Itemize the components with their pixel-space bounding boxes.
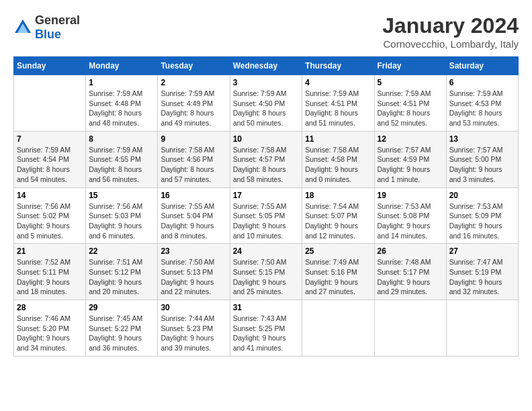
calendar-cell: 12Sunrise: 7:57 AMSunset: 4:59 PMDayligh… <box>374 131 446 187</box>
day-info: Sunrise: 7:53 AMSunset: 5:08 PMDaylight:… <box>378 201 443 241</box>
day-number: 19 <box>378 191 443 200</box>
day-info: Sunrise: 7:59 AMSunset: 4:54 PMDaylight:… <box>17 145 83 185</box>
day-number: 26 <box>378 246 443 256</box>
day-number: 23 <box>161 246 226 256</box>
column-header-sunday: Sunday <box>14 57 86 75</box>
week-row-3: 14Sunrise: 7:56 AMSunset: 5:02 PMDayligh… <box>14 187 519 244</box>
day-info: Sunrise: 7:45 AMSunset: 5:22 PMDaylight:… <box>89 314 154 353</box>
day-number: 21 <box>17 246 83 256</box>
day-info: Sunrise: 7:48 AMSunset: 5:17 PMDaylight:… <box>378 257 443 297</box>
day-number: 13 <box>449 134 515 144</box>
logo-text-general: General <box>35 13 80 27</box>
day-info: Sunrise: 7:55 AMSunset: 5:05 PMDaylight:… <box>233 201 300 241</box>
day-info: Sunrise: 7:51 AMSunset: 5:12 PMDaylight:… <box>89 257 154 297</box>
day-info: Sunrise: 7:49 AMSunset: 5:16 PMDaylight:… <box>305 257 371 297</box>
calendar-cell: 8Sunrise: 7:59 AMSunset: 4:55 PMDaylight… <box>86 131 158 187</box>
day-number: 7 <box>17 134 83 144</box>
calendar-cell: 26Sunrise: 7:48 AMSunset: 5:17 PMDayligh… <box>374 244 446 300</box>
week-row-5: 28Sunrise: 7:46 AMSunset: 5:20 PMDayligh… <box>14 300 519 357</box>
day-number: 10 <box>233 134 300 144</box>
day-number: 22 <box>89 246 154 256</box>
column-header-saturday: Saturday <box>446 57 518 75</box>
calendar-cell: 23Sunrise: 7:50 AMSunset: 5:13 PMDayligh… <box>158 244 230 300</box>
title-area: January 2024 Cornovecchio, Lombardy, Ita… <box>382 13 519 50</box>
day-number: 15 <box>89 191 154 200</box>
day-info: Sunrise: 7:52 AMSunset: 5:11 PMDaylight:… <box>17 257 83 297</box>
month-title: January 2024 <box>382 13 519 38</box>
day-number: 14 <box>17 191 83 200</box>
day-info: Sunrise: 7:59 AMSunset: 4:53 PMDaylight:… <box>449 89 515 128</box>
page-header: General Blue January 2024 Cornovecchio, … <box>13 13 519 50</box>
day-number: 3 <box>233 78 300 87</box>
calendar-cell: 30Sunrise: 7:44 AMSunset: 5:23 PMDayligh… <box>158 300 230 357</box>
day-info: Sunrise: 7:59 AMSunset: 4:51 PMDaylight:… <box>378 89 443 128</box>
calendar-cell <box>374 300 446 357</box>
calendar-cell: 19Sunrise: 7:53 AMSunset: 5:08 PMDayligh… <box>374 187 446 244</box>
calendar-cell: 2Sunrise: 7:59 AMSunset: 4:49 PMDaylight… <box>158 75 230 132</box>
day-number: 16 <box>161 191 226 200</box>
day-number: 18 <box>305 191 371 200</box>
calendar-cell: 24Sunrise: 7:50 AMSunset: 5:15 PMDayligh… <box>230 244 302 300</box>
calendar-cell: 28Sunrise: 7:46 AMSunset: 5:20 PMDayligh… <box>14 300 86 357</box>
calendar-cell <box>446 300 518 357</box>
day-number: 24 <box>233 246 300 256</box>
day-number: 28 <box>17 303 83 312</box>
day-info: Sunrise: 7:43 AMSunset: 5:25 PMDaylight:… <box>233 314 300 353</box>
calendar-cell: 17Sunrise: 7:55 AMSunset: 5:05 PMDayligh… <box>230 187 302 244</box>
day-info: Sunrise: 7:50 AMSunset: 5:15 PMDaylight:… <box>233 257 300 297</box>
logo-icon <box>13 18 32 37</box>
day-number: 20 <box>449 191 515 200</box>
day-number: 6 <box>449 78 515 87</box>
day-number: 8 <box>89 134 154 144</box>
day-info: Sunrise: 7:59 AMSunset: 4:49 PMDaylight:… <box>161 89 226 128</box>
day-number: 1 <box>89 78 154 87</box>
day-info: Sunrise: 7:55 AMSunset: 5:04 PMDaylight:… <box>161 201 226 241</box>
day-info: Sunrise: 7:46 AMSunset: 5:20 PMDaylight:… <box>17 314 83 353</box>
calendar-cell: 4Sunrise: 7:59 AMSunset: 4:51 PMDaylight… <box>302 75 374 132</box>
day-info: Sunrise: 7:54 AMSunset: 5:07 PMDaylight:… <box>305 201 371 241</box>
calendar-cell: 25Sunrise: 7:49 AMSunset: 5:16 PMDayligh… <box>302 244 374 300</box>
calendar-cell: 27Sunrise: 7:47 AMSunset: 5:19 PMDayligh… <box>446 244 518 300</box>
day-info: Sunrise: 7:59 AMSunset: 4:51 PMDaylight:… <box>305 89 371 128</box>
logo: General Blue <box>13 13 80 42</box>
column-header-friday: Friday <box>374 57 446 75</box>
day-info: Sunrise: 7:44 AMSunset: 5:23 PMDaylight:… <box>161 314 226 353</box>
day-number: 11 <box>305 134 371 144</box>
calendar-cell <box>14 75 86 132</box>
calendar-cell: 21Sunrise: 7:52 AMSunset: 5:11 PMDayligh… <box>14 244 86 300</box>
column-header-monday: Monday <box>86 57 158 75</box>
day-number: 31 <box>233 303 300 312</box>
day-number: 27 <box>449 246 515 256</box>
calendar-cell: 6Sunrise: 7:59 AMSunset: 4:53 PMDaylight… <box>446 75 518 132</box>
day-info: Sunrise: 7:50 AMSunset: 5:13 PMDaylight:… <box>161 257 226 297</box>
calendar-cell: 15Sunrise: 7:56 AMSunset: 5:03 PMDayligh… <box>86 187 158 244</box>
day-number: 25 <box>305 246 371 256</box>
day-info: Sunrise: 7:47 AMSunset: 5:19 PMDaylight:… <box>449 257 515 297</box>
location-title: Cornovecchio, Lombardy, Italy <box>382 38 519 50</box>
calendar-header-row: SundayMondayTuesdayWednesdayThursdayFrid… <box>14 57 519 75</box>
calendar-cell: 31Sunrise: 7:43 AMSunset: 5:25 PMDayligh… <box>230 300 302 357</box>
calendar-cell: 29Sunrise: 7:45 AMSunset: 5:22 PMDayligh… <box>86 300 158 357</box>
day-info: Sunrise: 7:58 AMSunset: 4:56 PMDaylight:… <box>161 145 226 185</box>
day-number: 5 <box>378 78 443 87</box>
day-info: Sunrise: 7:59 AMSunset: 4:48 PMDaylight:… <box>89 89 154 128</box>
day-number: 2 <box>161 78 226 87</box>
calendar-cell: 14Sunrise: 7:56 AMSunset: 5:02 PMDayligh… <box>14 187 86 244</box>
calendar-cell: 10Sunrise: 7:58 AMSunset: 4:57 PMDayligh… <box>230 131 302 187</box>
day-info: Sunrise: 7:59 AMSunset: 4:50 PMDaylight:… <box>233 89 300 128</box>
day-info: Sunrise: 7:58 AMSunset: 4:58 PMDaylight:… <box>305 145 371 185</box>
day-info: Sunrise: 7:56 AMSunset: 5:03 PMDaylight:… <box>89 201 154 241</box>
week-row-2: 7Sunrise: 7:59 AMSunset: 4:54 PMDaylight… <box>14 131 519 187</box>
day-number: 30 <box>161 303 226 312</box>
day-number: 9 <box>161 134 226 144</box>
column-header-thursday: Thursday <box>302 57 374 75</box>
day-info: Sunrise: 7:57 AMSunset: 4:59 PMDaylight:… <box>378 145 443 185</box>
day-info: Sunrise: 7:56 AMSunset: 5:02 PMDaylight:… <box>17 201 83 241</box>
logo-text-blue: Blue <box>35 28 61 41</box>
calendar-cell: 5Sunrise: 7:59 AMSunset: 4:51 PMDaylight… <box>374 75 446 132</box>
week-row-4: 21Sunrise: 7:52 AMSunset: 5:11 PMDayligh… <box>14 244 519 300</box>
calendar-cell: 3Sunrise: 7:59 AMSunset: 4:50 PMDaylight… <box>230 75 302 132</box>
calendar-table: SundayMondayTuesdayWednesdayThursdayFrid… <box>13 56 519 357</box>
day-number: 29 <box>89 303 154 312</box>
calendar-cell: 11Sunrise: 7:58 AMSunset: 4:58 PMDayligh… <box>302 131 374 187</box>
